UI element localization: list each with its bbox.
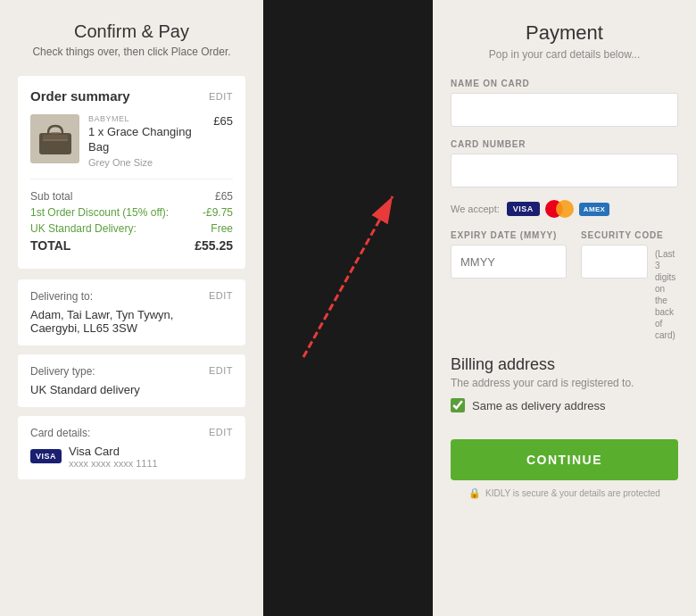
- svg-line-4: [303, 196, 393, 357]
- delivering-edit[interactable]: EDIT: [209, 290, 233, 303]
- item-name: 1 x Grace Changing Bag: [88, 125, 204, 155]
- billing-heading: Billing address: [451, 355, 678, 374]
- payment-title: Payment: [451, 21, 678, 45]
- subtotal-label: Sub total: [30, 190, 72, 203]
- order-summary-edit[interactable]: EDIT: [209, 91, 233, 102]
- security-input[interactable]: [581, 245, 648, 279]
- card-details-label: Card details:: [30, 427, 90, 439]
- delivery-row: UK Standard Delivery: Free: [30, 222, 233, 235]
- visa-badge-icon: VISA: [30, 449, 62, 463]
- billing-subtext: The address your card is registered to.: [451, 377, 678, 389]
- same-as-delivery-row[interactable]: Same as delivery address: [451, 398, 678, 412]
- total-label: TOTAL: [30, 238, 70, 253]
- delivering-label: Delivering to:: [30, 290, 93, 303]
- delivery-type-label: Delivery type:: [30, 365, 95, 378]
- total-value: £55.25: [195, 238, 233, 253]
- security-label: SECURITY CODE: [581, 230, 678, 240]
- discount-row: 1st Order Discount (15% off): -£9.75: [30, 206, 233, 219]
- delivery-type-section: Delivery type: EDIT UK Standard delivery: [18, 354, 245, 407]
- delivery-type-edit[interactable]: EDIT: [209, 365, 233, 378]
- right-panel: Payment Pop in your card details below..…: [433, 0, 696, 616]
- accept-row: We accept: VISA AMEX: [451, 200, 678, 218]
- continue-button[interactable]: CONTINUE: [451, 439, 678, 480]
- discount-value: -£9.75: [203, 206, 233, 219]
- order-totals: Sub total £65 1st Order Discount (15% of…: [30, 190, 233, 253]
- card-info: Visa Card xxxx xxxx xxxx 1111: [69, 445, 158, 469]
- item-details: BABYMEL 1 x Grace Changing Bag Grey One …: [88, 114, 204, 168]
- card-logos: VISA AMEX: [507, 200, 609, 218]
- name-on-card-label: NAME ON CARD: [451, 79, 678, 88]
- secure-row: 🔒 KIDLY is secure & your details are pro…: [451, 487, 678, 499]
- delivering-address: Adam, Tai Lawr, Tyn Tywyn,Caergybi, LL65…: [30, 308, 233, 335]
- page-title: Confirm & Pay: [18, 21, 245, 42]
- delivery-label: UK Standard Delivery:: [30, 222, 137, 235]
- delivery-type-header: Delivery type: EDIT: [30, 365, 233, 378]
- order-summary-header: Order summary EDIT: [30, 88, 233, 104]
- left-panel: Confirm & Pay Check things over, then cl…: [0, 0, 263, 616]
- amex-logo-icon: AMEX: [579, 203, 609, 216]
- name-on-card-input[interactable]: [451, 93, 678, 127]
- subtotal-value: £65: [215, 190, 233, 203]
- card-row: VISA Visa Card xxxx xxxx xxxx 1111: [30, 445, 233, 469]
- mastercard-logo-icon: [545, 200, 574, 218]
- delivery-value: Free: [211, 222, 233, 235]
- expiry-security-container: EXPIRY DATE (MMYY) SECURITY CODE (Last 3…: [451, 230, 678, 341]
- item-variant: Grey One Size: [88, 157, 204, 168]
- total-row: TOTAL £55.25: [30, 238, 233, 253]
- delivery-type-value: UK Standard delivery: [30, 383, 233, 396]
- name-on-card-group: NAME ON CARD: [451, 79, 678, 127]
- expiry-input[interactable]: [451, 245, 567, 279]
- center-divider: [263, 0, 433, 616]
- card-number-label: CARD NUMBER: [451, 139, 678, 149]
- same-as-delivery-label: Same as delivery address: [472, 399, 606, 412]
- order-summary-heading: Order summary: [30, 88, 130, 104]
- discount-label: 1st Order Discount (15% off):: [30, 206, 169, 219]
- expiry-group: EXPIRY DATE (MMYY): [451, 230, 567, 341]
- card-number: xxxx xxxx xxxx 1111: [69, 458, 158, 469]
- payment-subtitle: Pop in your card details below...: [451, 48, 678, 61]
- bag-svg-icon: [37, 122, 73, 156]
- same-as-delivery-checkbox[interactable]: [451, 398, 465, 412]
- card-number-input[interactable]: [451, 154, 678, 187]
- card-details-edit[interactable]: EDIT: [209, 427, 233, 439]
- security-group: SECURITY CODE (Last 3 digits on the back…: [581, 230, 678, 341]
- order-summary-section: Order summary EDIT BABYMEL 1 x Grace Cha…: [18, 76, 245, 269]
- arrow-icon: [277, 179, 419, 375]
- subtotal-row: Sub total £65: [30, 190, 233, 203]
- secure-text: KIDLY is secure & your details are prote…: [485, 488, 660, 498]
- order-item: BABYMEL 1 x Grace Changing Bag Grey One …: [30, 114, 233, 179]
- delivering-section: Delivering to: EDIT Adam, Tai Lawr, Tyn …: [18, 279, 245, 345]
- card-type: Visa Card: [69, 445, 158, 458]
- lock-icon: 🔒: [468, 487, 481, 499]
- page-subtitle: Check things over, then click Place Orde…: [18, 46, 245, 58]
- item-image: [30, 114, 79, 163]
- expiry-label: EXPIRY DATE (MMYY): [451, 230, 567, 240]
- item-price: £65: [213, 114, 233, 128]
- security-input-row: (Last 3 digits on the back of card): [581, 245, 678, 341]
- billing-section: Billing address The address your card is…: [451, 355, 678, 412]
- card-details-section: Card details: EDIT VISA Visa Card xxxx x…: [18, 416, 245, 479]
- delivering-header: Delivering to: EDIT: [30, 290, 233, 303]
- card-details-header: Card details: EDIT: [30, 427, 233, 439]
- svg-rect-2: [43, 135, 68, 139]
- visa-logo-icon: VISA: [507, 202, 540, 216]
- security-hint: (Last 3 digits on the back of card): [655, 245, 678, 341]
- card-number-group: CARD NUMBER: [451, 139, 678, 187]
- item-brand: BABYMEL: [88, 114, 204, 123]
- accept-label: We accept:: [451, 204, 500, 214]
